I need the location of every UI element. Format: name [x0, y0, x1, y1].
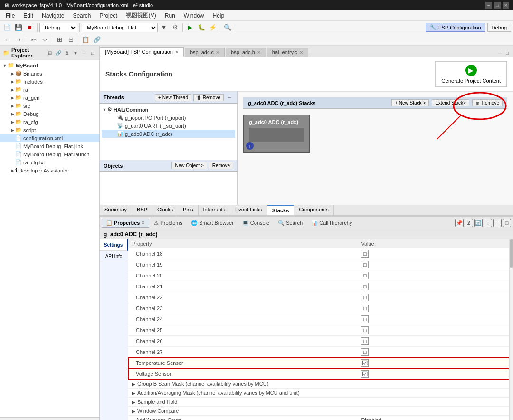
- vertical-scrollbar[interactable]: [509, 239, 513, 420]
- settings-button[interactable]: ⚙: [170, 22, 180, 33]
- prop-group-cell[interactable]: ▶Sample and Hold: [128, 398, 509, 407]
- tab-problems[interactable]: ⚠ Problems: [150, 219, 186, 228]
- threads-panel-minimize[interactable]: ─: [226, 94, 233, 101]
- table-row[interactable]: Voltage Sensor☑: [128, 369, 509, 380]
- checkbox-input[interactable]: □: [361, 283, 369, 290]
- view-menu-button[interactable]: ▼: [72, 49, 79, 57]
- table-row[interactable]: Channel 23□: [128, 303, 509, 314]
- table-row[interactable]: ▶Group B Scan Mask (channel availability…: [128, 380, 509, 389]
- toggle-ra-cfg[interactable]: ▶: [10, 119, 15, 125]
- stack-remove-button[interactable]: 🗑 Remove: [472, 99, 503, 106]
- bottom-maximize[interactable]: □: [503, 219, 511, 227]
- title-bar-controls[interactable]: ─ □ ✕: [485, 2, 509, 9]
- table-row[interactable]: Channel 24□: [128, 314, 509, 325]
- tab-console[interactable]: 💻 Console: [238, 219, 273, 228]
- table-row[interactable]: Temperature Sensor☑: [128, 358, 509, 369]
- prop-value-cell[interactable]: □: [357, 292, 509, 303]
- misc-btn2[interactable]: 🔗: [92, 35, 102, 45]
- tab-interrupts[interactable]: Interrupts: [199, 205, 230, 215]
- fsp-config-tab-close[interactable]: ✕: [175, 49, 179, 55]
- tree-item-script[interactable]: ▶ 📂 script: [0, 126, 99, 134]
- maximize-button[interactable]: □: [494, 2, 501, 9]
- tree-item-jlink[interactable]: 📄 MyBoard Debug_Flat.jlink: [0, 142, 99, 150]
- table-row[interactable]: Channel 19□: [128, 259, 509, 270]
- toggle-binaries[interactable]: ▶: [10, 71, 15, 76]
- table-row[interactable]: Channel 18□: [128, 248, 509, 259]
- prop-value-cell[interactable]: □: [357, 281, 509, 292]
- checkbox-input[interactable]: □: [361, 294, 369, 301]
- tree-item-debug[interactable]: ▶ 📂 Debug: [0, 110, 99, 118]
- menu-help[interactable]: Help: [209, 11, 228, 20]
- prop-value-cell[interactable]: □: [357, 270, 509, 281]
- thread-ioport[interactable]: 🔌 g_ioport I/O Port (r_ioport): [102, 114, 235, 122]
- new-thread-button[interactable]: + New Thread: [155, 94, 191, 101]
- thread-hal-common[interactable]: ▼ ⚙ HAL/Common: [102, 105, 235, 114]
- menu-navigate[interactable]: Navigate: [38, 11, 68, 20]
- prop-value-cell[interactable]: □: [357, 248, 509, 259]
- tab-bsp[interactable]: BSP: [132, 205, 152, 215]
- checkbox-input[interactable]: □: [361, 305, 369, 312]
- bottom-minimize[interactable]: ─: [493, 219, 502, 227]
- link-editor-button[interactable]: 🔗: [55, 49, 62, 57]
- toggle-script[interactable]: ▶: [10, 127, 15, 133]
- prop-value-cell[interactable]: ☑: [357, 369, 509, 380]
- close-button[interactable]: ✕: [503, 2, 509, 9]
- prop-group-cell[interactable]: ▶Addition/Averaging Mask (channel availa…: [128, 389, 509, 398]
- scroll-thumb[interactable]: [510, 239, 513, 268]
- tab-call-hierarchy[interactable]: 📊 Call Hierarchy: [307, 219, 356, 228]
- new-stack-button[interactable]: + New Stack >: [391, 99, 429, 106]
- checkbox-input[interactable]: □: [361, 272, 369, 279]
- debug-view-button[interactable]: Debug: [487, 23, 511, 32]
- tab-pins[interactable]: Pins: [178, 205, 198, 215]
- hal-common-toggle[interactable]: ▼: [102, 107, 107, 113]
- adc-block[interactable]: g_adc0 ADC (r_adc) i: [243, 115, 310, 153]
- pin-button[interactable]: 📌: [455, 219, 464, 227]
- table-row[interactable]: Channel 20□: [128, 270, 509, 281]
- misc-btn1[interactable]: 📋: [80, 35, 91, 45]
- forward-button[interactable]: →: [13, 35, 24, 45]
- hal-entry-tab-close[interactable]: ✕: [299, 50, 303, 55]
- tree-item-ra-cfg-txt[interactable]: 📄 ra_cfg.txt: [0, 158, 99, 166]
- sync-button[interactable]: 🔄: [474, 219, 483, 227]
- prop-value-cell[interactable]: □: [357, 347, 509, 358]
- prev-edit-button[interactable]: ⤺: [28, 35, 38, 45]
- debug-run-button[interactable]: 🐛: [196, 22, 207, 33]
- debug-mode-select[interactable]: Debug: [39, 23, 77, 32]
- toggle-ra-gen[interactable]: ▶: [10, 95, 15, 101]
- editor-minimize[interactable]: ─: [496, 49, 504, 57]
- toggle-includes[interactable]: ▶: [10, 79, 15, 85]
- table-row[interactable]: ▶Sample and Hold: [128, 398, 509, 407]
- table-row[interactable]: ▶Window Compare: [128, 407, 509, 416]
- tree-toggle-myboard[interactable]: ▼: [2, 63, 8, 68]
- checkbox-input[interactable]: □: [361, 315, 369, 323]
- prop-value-cell[interactable]: □: [357, 314, 509, 325]
- objects-remove-button[interactable]: Remove: [209, 162, 233, 169]
- extend-stack-button[interactable]: Extend Stack>: [432, 99, 469, 106]
- bsp-adc-c-tab-close[interactable]: ✕: [216, 50, 219, 55]
- prop-value-cell[interactable]: □: [357, 259, 509, 270]
- checkbox-input[interactable]: □: [361, 348, 369, 356]
- toggle-dev-assist[interactable]: ▶: [10, 168, 15, 173]
- menu-file[interactable]: File: [2, 11, 19, 20]
- adc-info-icon[interactable]: i: [246, 142, 254, 150]
- checkbox-input[interactable]: ☑: [361, 370, 369, 378]
- tab-search[interactable]: 🔍 Search: [274, 219, 306, 228]
- editor-maximize[interactable]: □: [504, 49, 511, 57]
- table-row[interactable]: ▶Addition/Averaging Mask (channel availa…: [128, 389, 509, 398]
- menu-edit[interactable]: Edit: [19, 11, 37, 20]
- tab-properties[interactable]: 📋 Properties ✕: [102, 219, 149, 228]
- checkbox-input[interactable]: □: [361, 326, 369, 334]
- new-object-button[interactable]: New Object >: [171, 162, 207, 169]
- prop-value-cell[interactable]: ☑: [357, 358, 509, 369]
- tree-item-src[interactable]: ▶ 📂 src: [0, 102, 99, 110]
- tab-components[interactable]: Components: [294, 205, 333, 215]
- table-row[interactable]: Add/Average CountDisabled: [128, 416, 509, 420]
- menu-view[interactable]: 视图视图(V): [122, 10, 160, 20]
- tab-summary[interactable]: Summary: [100, 205, 132, 215]
- menu-project[interactable]: Project: [95, 11, 121, 20]
- menu-run[interactable]: Run: [161, 11, 179, 20]
- table-row[interactable]: Channel 27□: [128, 347, 509, 358]
- coverage-button[interactable]: ⚡: [208, 22, 218, 33]
- maximize-panel-button[interactable]: □: [89, 49, 96, 57]
- properties-tab-close[interactable]: ✕: [141, 220, 145, 225]
